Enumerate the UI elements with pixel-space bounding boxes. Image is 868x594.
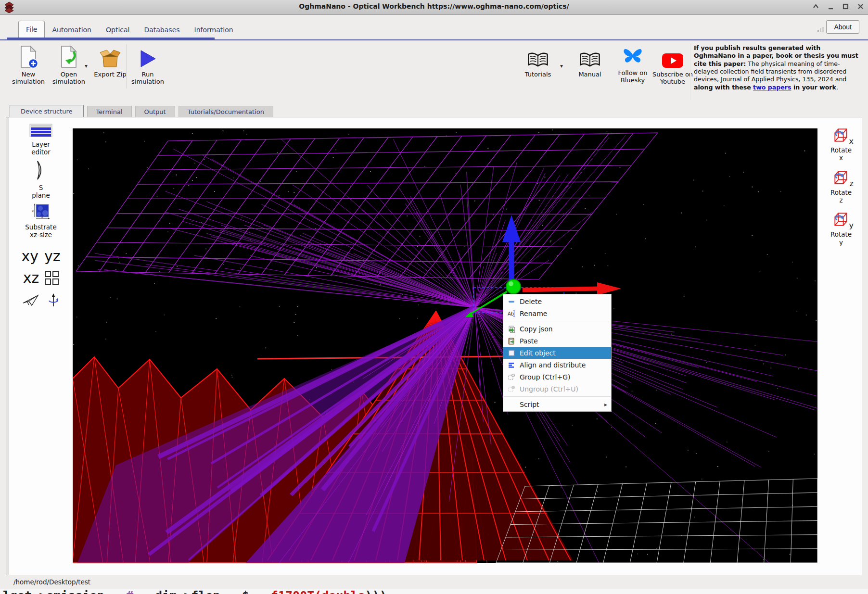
context-menu-item-label: Script — [520, 401, 539, 408]
maximize-icon[interactable] — [842, 3, 849, 10]
follow-bluesky-label: Follow on Bluesky — [612, 69, 653, 84]
open-simulation-label: Open simulation — [48, 71, 89, 86]
new-simulation-icon — [8, 45, 49, 69]
rotate-mode-icon[interactable] — [47, 293, 60, 309]
manual-button[interactable]: Manual — [569, 45, 611, 78]
s-plane-label: S plane — [31, 184, 51, 199]
rotate-z-cube-icon: z — [834, 170, 848, 186]
svg-text:x: x — [32, 209, 34, 213]
context-menu-item-align-and-distribute[interactable]: Align and distribute — [503, 359, 611, 371]
bluesky-butterfly-icon — [612, 43, 653, 67]
layer-editor-icon — [29, 124, 52, 137]
s-plane-button[interactable]: S plane — [31, 160, 51, 199]
delete-icon — [507, 297, 515, 305]
oghmanano-window: OghmaNano - Optical Workbench https://ww… — [0, 0, 868, 594]
terminal-sliver: lqet >emission # dim >flop $ f1700T(doub… — [0, 589, 868, 594]
new-simulation-button[interactable]: New simulation — [8, 45, 49, 86]
layer-editor-label: Layer editor — [28, 141, 53, 156]
device-structure-panel: Layer editor S plane — [6, 117, 862, 575]
terminal-line: lqet >emission # dim >flop $ f1700T(doub… — [0, 589, 868, 594]
open-simulation-button[interactable]: Open simulation — [48, 45, 89, 86]
context-menu-item-paste[interactable]: Paste — [503, 335, 611, 347]
context-menu-item-copy-json[interactable]: Copy json — [503, 323, 611, 335]
submenu-arrow-icon: ▸ — [604, 401, 607, 408]
menu-tab-file[interactable]: File — [18, 21, 45, 39]
resize-grip-icon — [817, 25, 825, 34]
tutorials-button[interactable]: Tutorials — [517, 45, 559, 78]
tutorials-book-icon — [517, 45, 559, 69]
sidebar: Layer editor S plane — [9, 117, 73, 575]
3d-viewport[interactable] — [73, 128, 817, 563]
align-icon — [507, 361, 515, 369]
status-bar: /home/rod/Desktop/test — [0, 575, 868, 589]
context-menu-item-script[interactable]: Script▸ — [503, 398, 611, 410]
view-xy-button[interactable]: xy — [21, 248, 38, 265]
manual-label: Manual — [569, 71, 611, 78]
shade-icon[interactable] — [812, 3, 819, 10]
group-icon — [507, 373, 515, 381]
context-menu-item-label: Edit object — [520, 349, 556, 357]
rotate-z-button[interactable]: z Rotate z — [820, 170, 862, 204]
context-menu-item-rename[interactable]: AbRename — [503, 307, 611, 319]
grid-view-icon[interactable] — [45, 271, 59, 285]
context-menu-item-delete[interactable]: Delete — [503, 295, 611, 307]
context-menu-item-label: Align and distribute — [520, 361, 586, 369]
status-path: /home/rod/Desktop/test — [13, 578, 90, 586]
3d-scene-svg — [73, 128, 817, 563]
export-zip-label: Export Zip — [89, 71, 131, 78]
context-menu-item-label: Paste — [520, 337, 538, 345]
view-yz-button[interactable]: yz — [44, 248, 61, 265]
context-menu-item-edit-object[interactable]: Edit object — [503, 347, 611, 359]
two-papers-link[interactable]: two papers — [753, 84, 791, 91]
minimize-icon[interactable] — [827, 3, 834, 10]
paste-icon — [507, 337, 515, 345]
ribbon-divider — [0, 39, 868, 40]
copy-icon — [507, 325, 515, 333]
open-simulation-dropdown-icon[interactable]: ▾ — [85, 63, 88, 69]
layer-editor-button[interactable]: Layer editor — [28, 124, 53, 156]
follow-bluesky-button[interactable]: Follow on Bluesky — [612, 43, 653, 84]
tab-device-structure[interactable]: Device structure — [10, 105, 84, 118]
menu-tab-bar: File Automation Optical Databases Inform… — [18, 17, 241, 39]
context-menu-item-group-ctrl-g[interactable]: Group (Ctrl+G) — [503, 371, 611, 383]
tutorials-label: Tutorials — [517, 71, 559, 78]
citation-separator — [690, 43, 691, 100]
open-simulation-icon — [48, 45, 89, 69]
rotate-controls: x Rotate x z — [820, 128, 862, 254]
substrate-xz-size-label: Substrate xz-size — [22, 224, 60, 239]
rename-icon: Ab — [507, 309, 515, 317]
run-simulation-button[interactable]: Run simulation — [127, 45, 168, 86]
context-menu-separator — [504, 321, 611, 321]
edit-icon — [507, 349, 515, 357]
context-menu-item-label: Group (Ctrl+G) — [520, 373, 571, 381]
new-simulation-label: New simulation — [8, 71, 49, 86]
rotate-x-label: Rotate x — [829, 146, 854, 162]
ray-trace-icon[interactable] — [22, 294, 39, 308]
view-xz-button[interactable]: xz — [23, 269, 39, 286]
context-menu-item-label: Copy json — [520, 325, 553, 333]
window-title: OghmaNano - Optical Workbench https://ww… — [0, 2, 868, 10]
export-zip-button[interactable]: Export Zip — [89, 45, 131, 78]
tutorials-dropdown-icon[interactable]: ▾ — [560, 63, 563, 69]
context-menu-separator — [504, 396, 611, 397]
export-zip-icon — [89, 45, 131, 69]
rotate-y-button[interactable]: y Rotate y — [820, 212, 862, 246]
subscribe-youtube-button[interactable]: Subscribe on Youtube — [652, 45, 693, 86]
s-plane-icon — [35, 160, 47, 180]
context-menu-item-label: Delete — [520, 298, 542, 305]
view-tab-bar: Device structure Terminal Output Tutoria… — [10, 105, 273, 118]
run-simulation-label: Run simulation — [127, 71, 168, 86]
substrate-xz-size-button[interactable]: x z Substrate xz-size — [22, 203, 60, 239]
about-button[interactable]: About — [826, 20, 859, 34]
svg-text:Ab: Ab — [508, 311, 514, 316]
substrate-xz-size-icon: x z — [32, 203, 50, 220]
rotate-y-label: Rotate y — [829, 230, 854, 246]
title-bar: OghmaNano - Optical Workbench https://ww… — [0, 0, 868, 15]
rotate-y-cube-icon: y — [834, 212, 848, 228]
rotate-x-button[interactable]: x Rotate x — [820, 128, 862, 162]
subscribe-youtube-label: Subscribe on Youtube — [652, 71, 693, 86]
context-menu-item-label: Ungroup (Ctrl+U) — [520, 385, 578, 393]
close-icon[interactable] — [857, 3, 864, 10]
manual-book-icon — [569, 45, 611, 69]
rotate-z-label: Rotate z — [829, 189, 854, 204]
